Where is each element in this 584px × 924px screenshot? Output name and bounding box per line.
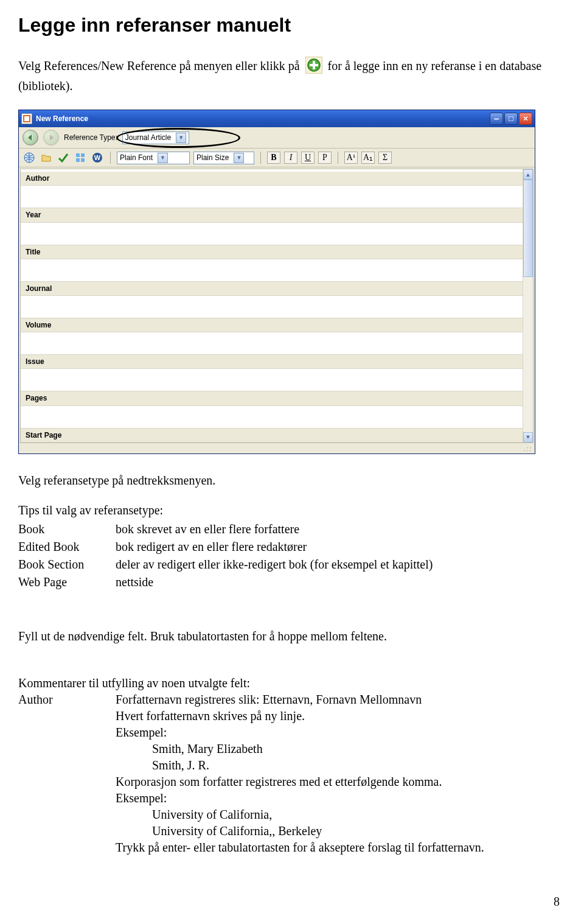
comments-line: Hvert forfatternavn skrives på ny linje. [116,708,484,724]
svg-text:W: W [94,154,101,161]
comments-key: Author [18,691,116,857]
word-icon[interactable]: W [91,151,104,164]
intro-paragraph: Velg References/New Reference på menyen … [18,57,566,94]
reference-type-toolbar: Reference Type: Journal Article ▼ [19,127,535,149]
scrollbar[interactable]: ▲ ▼ [523,169,533,443]
field-label-issue: Issue [21,354,533,369]
table-row: Book Section deler av redigert eller ikk… [18,556,437,574]
tips-value: bok skrevet av en eller flere forfattere [116,521,437,539]
comments-section: Kommentarer til utfylling av noen utvalg… [18,675,566,857]
field-label-title: Title [21,245,533,259]
svg-rect-9 [76,153,80,157]
field-input-issue[interactable] [21,369,533,391]
sigma-button[interactable]: Σ [378,152,392,164]
window-titlebar: New Reference ‒ □ × [19,110,535,127]
field-input-author[interactable] [21,186,533,208]
table-row: Web Page nettside [18,574,437,592]
table-row: Book bok skrevet av en eller flere forfa… [18,521,437,539]
tips-key: Web Page [18,574,116,592]
field-input-volume[interactable] [21,332,533,354]
field-input-year[interactable] [21,223,533,245]
toolbar-divider [110,152,111,164]
field-input-journal[interactable] [21,296,533,318]
tips-key: Book [18,521,116,539]
svg-marker-7 [50,135,54,141]
formatting-toolbar: W Plain Font ▼ Plain Size ▼ B I U P A¹ A… [19,149,535,167]
comments-example: Smith, Mary Elizabeth [116,741,484,757]
svg-marker-6 [28,135,32,141]
comments-line: Eksempel: [116,790,484,807]
superscript-button[interactable]: A¹ [344,152,358,164]
svg-rect-3 [310,64,318,66]
page-title: Legge inn referanser manuelt [18,12,566,38]
comments-example: Smith, J. R. [116,757,484,774]
subscript-button[interactable]: A₁ [361,152,375,164]
grid-icon[interactable] [74,151,87,164]
table-row: Author Forfatternavn registreres slik: E… [18,691,489,857]
tips-value: deler av redigert eller ikke-redigert bo… [116,556,437,574]
tips-value: bok redigert av en eller flere redaktøre… [116,539,437,556]
field-input-title[interactable] [21,259,533,281]
toolbar-divider [338,152,338,164]
window-app-icon [21,113,32,124]
bold-button[interactable]: B [267,152,280,164]
p-button[interactable]: P [318,152,332,164]
intro-text-1: Velg References/New Reference på menyen … [18,59,303,72]
svg-rect-11 [76,158,80,162]
comments-body: Forfatternavn registreres slik: Etternav… [116,691,489,857]
reference-type-dropdown[interactable]: Journal Article ▼ [122,131,189,144]
reference-type-value: Journal Article [125,133,171,142]
check-icon[interactable] [57,151,70,164]
comments-line: Trykk på enter- eller tabulatortasten fo… [116,839,484,856]
minimize-button[interactable]: ‒ [490,113,503,125]
new-reference-window: New Reference ‒ □ × Reference Type: Jour… [18,110,535,454]
folder-icon[interactable] [40,151,53,164]
page-number: 8 [18,894,566,910]
underline-button[interactable]: U [301,152,315,164]
scroll-thumb[interactable] [523,180,533,277]
back-button[interactable] [23,130,38,145]
table-row: Edited Book bok redigert av en eller fle… [18,539,437,556]
close-button[interactable]: × [519,113,532,125]
maximize-button[interactable]: □ [504,113,518,125]
comments-table: Author Forfatternavn registreres slik: E… [18,691,489,857]
fyll-ut-text: Fyll ut de nødvendige felt. Bruk tabulat… [18,628,566,645]
after-window-text: Velg referansetype på nedtrekksmenyen. [18,472,566,489]
tips-intro: Tips til valg av referansetype: [18,502,566,519]
tips-key: Book Section [18,556,116,574]
comments-line: Forfatternavn registreres slik: Etternav… [116,691,484,708]
chevron-down-icon: ▼ [176,133,186,143]
field-label-author: Author [21,172,533,186]
font-value: Plain Font [120,153,153,163]
svg-rect-12 [81,158,85,162]
chevron-down-icon: ▼ [234,153,244,163]
chevron-down-icon: ▼ [158,153,168,163]
svg-rect-5 [24,116,29,121]
fields-panel: Author Year Title Journal Volume Issue P… [20,169,534,443]
field-label-journal: Journal [21,281,533,296]
svg-rect-10 [81,153,85,157]
add-reference-icon [305,57,322,78]
scroll-up-button[interactable]: ▲ [523,169,533,180]
forward-button[interactable] [43,130,59,145]
window-title: New Reference [36,114,490,124]
field-input-pages[interactable] [21,406,533,428]
field-label-volume: Volume [21,318,533,332]
size-value: Plain Size [196,153,229,163]
tips-table: Book bok skrevet av en eller flere forfa… [18,521,437,592]
reference-type-label: Reference Type: [64,133,117,142]
italic-button[interactable]: I [284,152,297,164]
field-label-year: Year [21,208,533,222]
font-dropdown[interactable]: Plain Font ▼ [117,152,190,164]
scroll-down-button[interactable]: ▼ [523,432,533,443]
comments-line: Eksempel: [116,724,484,741]
comments-intro: Kommentarer til utfylling av noen utvalg… [18,675,566,691]
tips-section: Tips til valg av referansetype: Book bok… [18,502,566,592]
comments-example: University of California, [116,807,484,823]
toolbar-divider [260,152,261,164]
comments-line: Korporasjon som forfatter registreres me… [116,774,484,790]
resize-handle[interactable]: .:: [19,444,535,454]
size-dropdown[interactable]: Plain Size ▼ [193,152,254,164]
field-label-startpage: Start Page [21,428,533,443]
globe-icon[interactable] [23,151,36,164]
